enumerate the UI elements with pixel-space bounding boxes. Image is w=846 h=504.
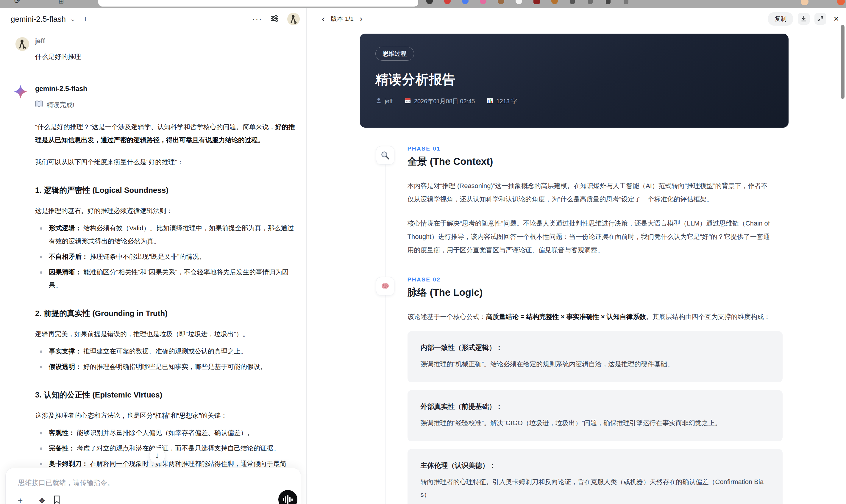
version-label: 版本 1/1: [331, 15, 354, 23]
bullet-list: 形式逻辑： 结构必须有效（Valid）。比如演绎推理中，如果前提全部为真，那么通…: [35, 222, 297, 292]
bullet-term: 完备性：: [49, 445, 75, 452]
list-item: 形式逻辑： 结构必须有效（Valid）。比如演绎推理中，如果前提全部为真，那么通…: [35, 222, 297, 248]
report-header-card: 思维过程 精读分析报告 jeff 2026年01月08日 02:45: [360, 34, 789, 128]
voice-input-button[interactable]: [278, 490, 297, 504]
bullet-text: 好的推理会明确指明哪些是已知事实，哪些是基于可能的假设。: [82, 363, 267, 371]
list-item: 事实支撑： 推理建立在可靠的数据、准确的观测或公认的真理之上。: [35, 345, 297, 358]
bookmark-icon[interactable]: [53, 496, 60, 504]
section-desc: 这涉及推理者的心态和方法论，也是区分“杠精”和“思想家”的关键：: [35, 409, 297, 422]
card-body: 强调推理的“经验校准”。解决“GIGO（垃圾进，垃圾出）”问题，确保推理引擎运行…: [421, 416, 770, 429]
address-bar[interactable]: ≡: [98, 0, 418, 6]
card-body: 转向推理者的心理特征。引入奥卡姆剃刀和反向论证，旨在克服人类（或机器）天然存在的…: [421, 475, 770, 501]
phase-label: PHASE 01: [407, 145, 782, 152]
list-item: 不自相矛盾： 推理链条中不能出现“既是又非”的情况。: [35, 250, 297, 263]
bullet-text: 能够识别并尽量排除个人偏见（如幸存者偏差、确认偏差）。: [75, 429, 253, 436]
artifact-header: ‹ 版本 1/1 › 复制 ×: [307, 8, 846, 30]
bar-chart-icon: [487, 97, 493, 105]
tab-groups-icon[interactable]: ⊞: [58, 0, 64, 5]
chat-input[interactable]: [18, 478, 283, 491]
extension-icon[interactable]: [837, 0, 845, 5]
divider: [31, 496, 31, 504]
status-text: 精读完成!: [47, 98, 74, 112]
chat-header: gemini-2.5-flash ⌄ + ···: [0, 8, 306, 30]
extension-icon[interactable]: [498, 0, 504, 4]
scrollbar-thumb[interactable]: [841, 25, 845, 99]
card-title: 内部一致性（形式逻辑）：: [421, 343, 770, 352]
chevron-down-icon[interactable]: ⌄: [70, 16, 76, 22]
user-message-text: 什么是好的推理: [35, 50, 297, 64]
bullet-list: 事实支撑： 推理建立在可靠的数据、准确的观测或公认的真理之上。 假设透明： 好的…: [35, 345, 297, 373]
skills-diamond-icon[interactable]: ❖: [39, 496, 46, 504]
user-name: jeff: [35, 37, 297, 46]
calendar-icon: [405, 97, 411, 105]
extension-icon[interactable]: [515, 0, 522, 4]
browser-button[interactable]: [606, 0, 611, 4]
status-line: 精读完成!: [35, 98, 297, 112]
browser-button[interactable]: [570, 0, 575, 4]
artifact-scroll-area: 思维过程 精读分析报告 jeff 2026年01月08日 02:45: [307, 30, 841, 504]
copy-button[interactable]: 复制: [768, 12, 793, 25]
extension-icon[interactable]: [462, 0, 469, 4]
arrow-down-icon: ↓: [155, 451, 159, 460]
bullet-term: 形式逻辑：: [49, 224, 82, 232]
profile-avatar[interactable]: [801, 0, 809, 5]
next-version-button[interactable]: ›: [359, 14, 363, 23]
dimension-card: 外部真实性（前提基础）： 强调推理的“经验校准”。解决“GIGO（垃圾进，垃圾出…: [407, 390, 782, 441]
browser-button[interactable]: [624, 0, 629, 4]
close-panel-button[interactable]: ×: [833, 14, 839, 23]
extension-icon[interactable]: [551, 0, 558, 4]
extension-icon[interactable]: [533, 0, 540, 4]
report-title: 精读分析报告: [375, 71, 773, 88]
dimension-cards: 内部一致性（形式逻辑）： 强调推理的“机械正确”。结论必须在给定的规则系统内逻辑…: [407, 331, 782, 504]
extension-icon[interactable]: [480, 0, 487, 4]
card-title: 外部真实性（前提基础）：: [421, 402, 770, 411]
browser-button[interactable]: [588, 0, 593, 4]
model-name: gemini-2.5-flash: [11, 15, 66, 24]
gemini-star-icon: [14, 85, 28, 103]
assistant-name: gemini-2.5-flash: [35, 84, 297, 93]
phase-2-section: PHASE 02 脉络 (The Logic) 该论述基于一个核心公式：高质量结…: [360, 276, 789, 504]
card-body: 强调推理的“机械正确”。结论必须在给定的规则系统内逻辑自洽，这是推理的硬件基础。: [421, 358, 770, 371]
new-chat-button[interactable]: +: [83, 14, 88, 24]
assistant-message: gemini-2.5-flash 精读完成! “什么是好的推理？”这是一个涉及逻…: [9, 84, 297, 504]
dimension-card: 内部一致性（形式逻辑）： 强调推理的“机械正确”。结论必须在给定的规则系统内逻辑…: [407, 331, 782, 382]
phase-1-section: PHASE 01 全景 (The Context) 本内容是对“推理 (Reas…: [360, 145, 789, 257]
site-info-icon[interactable]: ≡: [116, 0, 119, 2]
list-item: 假设透明： 好的推理会明确指明哪些是已知事实，哪些是基于可能的假设。: [35, 360, 297, 373]
user-avatar[interactable]: [287, 13, 300, 25]
bullet-text: 能准确区分“相关性”和“因果关系”，不会轻率地将先后发生的事情归为因果。: [49, 268, 288, 289]
model-selector[interactable]: gemini-2.5-flash ⌄ +: [11, 8, 88, 30]
phase-title: 脉络 (The Logic): [407, 286, 782, 299]
report-badge: 思维过程: [375, 47, 414, 61]
bullet-term: 不自相矛盾：: [49, 253, 88, 260]
section-heading: 2. 前提的真实性 (Grounding in Truth): [35, 308, 297, 319]
list-item: 客观性： 能够识别并尽量排除个人偏见（如幸存者偏差、确认偏差）。: [35, 426, 297, 439]
user-avatar: [16, 37, 29, 51]
expand-fullscreen-button[interactable]: [814, 13, 826, 25]
list-item: 完备性： 考虑了对立的观点和潜在的反证，而不是只选择支持自己结论的证据。: [35, 442, 297, 455]
artifact-panel: ‹ 版本 1/1 › 复制 × 思维过程 精读分析报告: [307, 8, 846, 504]
phase-paragraph: 核心情境在于解决“思考的随意性”问题。不论是人类通过批判性思维进行决策，还是大语…: [407, 217, 771, 257]
list-item: 因果清晰： 能准确区分“相关性”和“因果关系”，不会轻率地将先后发生的事情归为因…: [35, 266, 297, 292]
chat-panel: gemini-2.5-flash ⌄ + ···: [0, 8, 306, 504]
chat-input-card[interactable]: + ❖: [5, 468, 301, 504]
bullet-term: 假设透明：: [49, 363, 82, 371]
section-desc: 这是推理的基石。好的推理必须遵循逻辑法则：: [35, 204, 297, 217]
user-icon: [375, 97, 382, 105]
phase-paragraph: 本内容是对“推理 (Reasoning)”这一抽象概念的高层建模。在知识爆炸与人…: [407, 179, 771, 206]
more-options-icon[interactable]: ···: [252, 14, 262, 24]
scroll-to-bottom-button[interactable]: ↓: [149, 448, 165, 464]
extension-icon[interactable]: [426, 0, 433, 4]
prev-version-button[interactable]: ‹: [322, 14, 325, 23]
formula-paragraph: 该论述基于一个核心公式：高质量结论 = 结构完整性 × 事实准确性 × 认知自律…: [407, 310, 771, 323]
attach-plus-icon[interactable]: +: [18, 496, 23, 504]
author-meta: jeff: [375, 97, 393, 105]
bullet-term: 因果清晰：: [49, 268, 82, 276]
reload-icon[interactable]: ⟳: [14, 0, 20, 5]
card-title: 主体伦理（认识美德）：: [421, 461, 770, 470]
tune-settings-icon[interactable]: [270, 14, 279, 24]
section-heading: 1. 逻辑的严密性 (Logical Soundness): [35, 185, 297, 196]
datetime-meta: 2026年01月08日 02:45: [405, 97, 475, 105]
download-button[interactable]: [798, 13, 810, 25]
extension-icon[interactable]: [444, 0, 451, 4]
